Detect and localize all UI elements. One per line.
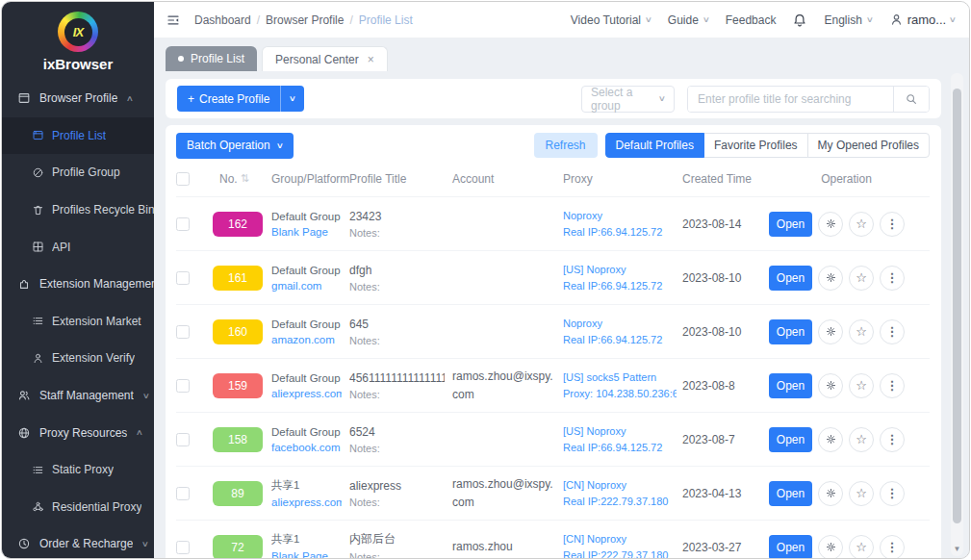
row-checkbox[interactable]	[176, 325, 190, 339]
platform-link[interactable]: Blank Page	[271, 226, 342, 238]
sidebar-item-profile-list[interactable]: Profile List	[2, 117, 154, 155]
proxy-ip-link[interactable]: Proxy: 104.238.50.236:6782	[563, 388, 677, 399]
tab-profile-list[interactable]: Profile List	[166, 46, 257, 71]
sidebar-item-proxy-resources[interactable]: Proxy Resources∧	[2, 414, 154, 451]
platform-link[interactable]: Blank Page	[271, 550, 342, 559]
favorite-button[interactable]: ☆	[849, 481, 874, 506]
profile-list-icon	[31, 129, 44, 142]
platform-link[interactable]: amazon.com	[271, 334, 342, 345]
row-checkbox[interactable]	[176, 217, 190, 231]
proxy-type-link[interactable]: [CN] Noproxy	[563, 479, 677, 491]
row-checkbox[interactable]	[176, 271, 190, 285]
more-actions-button[interactable]: ⋮	[880, 373, 905, 398]
sidebar-item-browser-profile[interactable]: Browser Profile∧	[2, 80, 154, 117]
settings-button[interactable]	[818, 212, 843, 237]
search-button[interactable]	[893, 87, 929, 112]
language-select[interactable]: English ∨	[824, 13, 872, 27]
platform-link[interactable]: facebook.com	[271, 442, 342, 453]
profile-number-badge: 159	[213, 373, 263, 398]
vertical-scrollbar[interactable]: ▼	[951, 73, 963, 556]
settings-button[interactable]	[818, 481, 843, 506]
sidebar-item-profile-group[interactable]: Profile Group	[2, 154, 154, 191]
settings-button[interactable]	[818, 373, 843, 398]
create-profile-button[interactable]: + Create Profile ∨	[177, 86, 304, 112]
search-input[interactable]	[688, 87, 893, 112]
open-button[interactable]: Open	[769, 535, 812, 560]
sidebar-item-order-recharge[interactable]: Order & Recharge∨	[2, 525, 154, 559]
create-profile-dropdown-button[interactable]: ∨	[280, 86, 304, 112]
sort-icon[interactable]: ⇅	[241, 172, 249, 186]
proxy-ip-link[interactable]: Real IP:66.94.125.72	[563, 442, 677, 453]
more-actions-button[interactable]: ⋮	[880, 481, 905, 506]
platform-link[interactable]: aliexpress.com..	[271, 496, 342, 508]
filter-my-opened-profiles[interactable]: My Opened Profiles	[807, 133, 930, 158]
favorite-button[interactable]: ☆	[849, 266, 874, 291]
proxy-ip-link[interactable]: Real IP:222.79.37.180	[563, 496, 677, 507]
extension-verify-icon	[31, 351, 44, 365]
scrollbar-down-arrow[interactable]: ▼	[951, 545, 963, 553]
open-button[interactable]: Open	[769, 212, 812, 237]
open-button[interactable]: Open	[769, 481, 812, 506]
proxy-type-link[interactable]: [CN] Noproxy	[563, 533, 677, 545]
sidebar-item-extension-market[interactable]: Extension Market	[2, 303, 154, 341]
settings-button[interactable]	[818, 266, 843, 291]
video-tutorial-menu[interactable]: Video Tutorial∨	[571, 13, 652, 27]
settings-button[interactable]	[818, 427, 843, 452]
favorite-button[interactable]: ☆	[849, 535, 874, 560]
settings-button[interactable]	[818, 535, 843, 560]
sidebar-item-extension-management[interactable]: Extension Management	[2, 266, 154, 303]
guide-menu[interactable]: Guide∨	[668, 13, 709, 27]
row-checkbox[interactable]	[176, 433, 190, 446]
notifications-bell-icon[interactable]	[792, 13, 807, 28]
proxy-ip-link[interactable]: Real IP:66.94.125.72	[563, 226, 677, 238]
more-actions-button[interactable]: ⋮	[880, 212, 905, 237]
feedback-menu[interactable]: Feedback	[726, 13, 777, 27]
proxy-ip-link[interactable]: Real IP:66.94.125.72	[563, 334, 677, 345]
proxy-type-link[interactable]: [US] Noproxy	[563, 264, 677, 275]
proxy-ip-link[interactable]: Real IP:222.79.37.180	[563, 549, 677, 559]
more-actions-button[interactable]: ⋮	[880, 535, 905, 560]
favorite-button[interactable]: ☆	[849, 373, 874, 398]
open-button[interactable]: Open	[769, 427, 812, 452]
open-button[interactable]: Open	[769, 373, 812, 398]
row-checkbox[interactable]	[176, 541, 190, 554]
favorite-button[interactable]: ☆	[849, 427, 874, 452]
sidebar-item-staff-management[interactable]: Staff Management∨	[2, 377, 154, 415]
proxy-ip-link[interactable]: Real IP:66.94.125.72	[563, 280, 677, 292]
favorite-button[interactable]: ☆	[849, 319, 874, 344]
collapse-sidebar-icon[interactable]	[166, 13, 181, 28]
refresh-button[interactable]: Refresh	[534, 133, 598, 158]
sidebar-item-extension-verify[interactable]: Extension Verify	[2, 340, 154, 377]
tab-personal-center[interactable]: Personal Center ×	[262, 46, 388, 71]
sidebar-item-profiles-recycle-bin[interactable]: Profiles Recycle Bin	[2, 191, 154, 229]
open-button[interactable]: Open	[769, 266, 812, 291]
more-actions-button[interactable]: ⋮	[880, 266, 905, 291]
platform-link[interactable]: aliexpress.com..	[271, 388, 342, 399]
sidebar-item-api[interactable]: API	[2, 228, 154, 266]
proxy-type-link[interactable]: Noproxy	[563, 318, 677, 329]
row-checkbox[interactable]	[176, 379, 190, 393]
breadcrumb-item-dashboard[interactable]: Dashboard	[194, 13, 251, 27]
sidebar-item-residential-proxy[interactable]: Residential Proxy	[2, 489, 154, 526]
batch-operation-button[interactable]: Batch Operation ∨	[176, 133, 294, 159]
favorite-button[interactable]: ☆	[849, 212, 874, 237]
sidebar-item-static-proxy[interactable]: Static Proxy	[2, 451, 154, 489]
select-all-checkbox[interactable]	[176, 172, 190, 186]
sidebar-item-label: Profile List	[52, 129, 106, 142]
row-checkbox[interactable]	[176, 487, 190, 500]
group-select[interactable]: Select a group ∨	[581, 86, 675, 113]
more-actions-button[interactable]: ⋮	[880, 427, 905, 452]
scrollbar-thumb[interactable]	[953, 89, 961, 523]
user-menu[interactable]: ramo... ∨	[889, 13, 956, 27]
breadcrumb-item-browser-profile[interactable]: Browser Profile	[266, 13, 344, 27]
open-button[interactable]: Open	[769, 319, 812, 344]
close-tab-icon[interactable]: ×	[368, 53, 374, 66]
proxy-type-link[interactable]: [US] Noproxy	[563, 425, 677, 437]
platform-link[interactable]: gmail.com	[271, 280, 342, 292]
filter-favorite-profiles[interactable]: Favorite Profiles	[703, 133, 808, 158]
proxy-type-link[interactable]: Noproxy	[563, 210, 677, 221]
proxy-type-link[interactable]: [US] socks5 Pattern	[563, 371, 677, 383]
more-actions-button[interactable]: ⋮	[880, 319, 905, 344]
filter-default-profiles[interactable]: Default Profiles	[605, 133, 704, 158]
settings-button[interactable]	[818, 319, 843, 344]
